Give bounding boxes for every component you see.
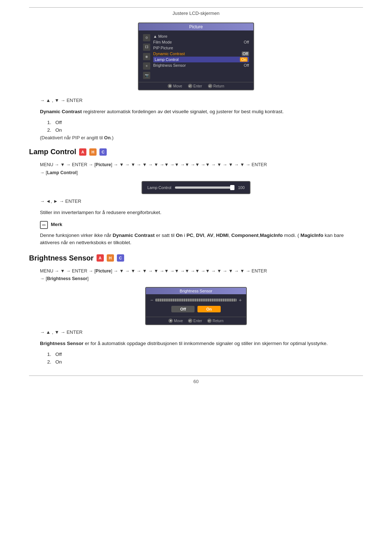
brightness-osd-box: Brightness Sensor − + Off On ✦ Move <box>145 287 247 325</box>
osd-picture-box: Picture ⚙ 🎞 ◉ ☀ 📷 ▲ More Film Mode Off <box>138 22 254 90</box>
osd-row-dynamic-contrast: Dynamic Contrast Off <box>153 51 249 57</box>
brightness-osd-container: Brightness Sensor − + Off On ✦ Move <box>29 287 363 325</box>
osd-icon-2: 🎞 <box>143 44 150 51</box>
osd-row-lamp-control: Lamp Control On <box>153 57 249 62</box>
lamp-control-menu-path: MENU → ▼ → ENTER → [Picture] → ▼ → ▼ → ▼… <box>40 161 363 177</box>
dynamic-contrast-option-1: 1. Off <box>47 120 363 125</box>
brightness-footer-enter: ↵ Enter <box>188 319 202 323</box>
lamp-slider-fill <box>175 186 231 189</box>
osd-footer: ✦ Move ↵ Enter ↩ Return <box>139 82 253 90</box>
osd-title: Picture <box>139 23 253 30</box>
badge-c-lamp: C <box>99 148 107 156</box>
dynamic-contrast-note: (Deaktivert når PIP er angitt til On.) <box>40 135 363 140</box>
osd-menu-content: ▲ More Film Mode Off PIP Picture Dynamic… <box>153 33 249 79</box>
osd-row-film-mode: Film Mode Off <box>153 39 249 45</box>
osd-icon-1: ⚙ <box>143 34 150 41</box>
note-block-lamp: ✏ Merk <box>40 221 363 229</box>
brightness-slider-row: − + <box>150 297 242 303</box>
lamp-slider-label: Lamp Control <box>147 185 171 190</box>
move-icon: ✦ <box>168 84 172 88</box>
brightness-return-icon: ↩ <box>207 319 212 323</box>
badge-h-brightness: H <box>107 254 114 262</box>
lamp-control-osd: Lamp Control 100 <box>29 181 363 194</box>
osd-row-more: ▲ More <box>153 33 249 39</box>
badge-a-lamp: A <box>79 148 86 156</box>
osd-footer-move: ✦ Move <box>168 84 182 88</box>
brightness-move-icon: ✦ <box>168 319 173 323</box>
brightness-slider-track <box>155 299 237 301</box>
brightness-sensor-title: Brightness Sensor <box>29 254 94 262</box>
osd-body: ⚙ 🎞 ◉ ☀ 📷 ▲ More Film Mode Off PIP Pi <box>139 30 253 82</box>
lamp-control-nav: → ◄, ► → ENTER <box>40 198 363 204</box>
enter-icon: ↵ <box>188 84 192 88</box>
osd-icons: ⚙ 🎞 ◉ ☀ 📷 <box>143 33 150 79</box>
osd-footer-enter: ↵ Enter <box>188 84 202 88</box>
plus-icon: + <box>239 297 242 303</box>
top-rule <box>29 7 363 8</box>
brightness-option-2: 2. On <box>47 359 363 365</box>
badge-a-brightness: A <box>97 254 104 262</box>
badge-c-brightness: C <box>117 254 124 262</box>
brightness-buttons-row: Off On <box>150 306 242 312</box>
note-label: Merk <box>51 221 62 229</box>
brightness-sensor-description: Brightness Sensor er for å automatisk op… <box>40 340 363 347</box>
brightness-osd-footer: ✦ Move ↵ Enter ↩ Return <box>146 317 246 324</box>
lamp-slider-box: Lamp Control 100 <box>142 181 250 194</box>
note-icon: ✏ <box>40 221 48 229</box>
brightness-osd-body: − + Off On <box>146 294 246 317</box>
brightness-sensor-menu-path: MENU → ▼ → ENTER → [Picture] → ▼ → ▼ → ▼… <box>40 267 363 283</box>
brightness-option-1: 1. Off <box>47 352 363 357</box>
brightness-sensor-heading: Brightness Sensor A H C <box>29 254 363 262</box>
brightness-footer-move: ✦ Move <box>168 319 183 323</box>
dynamic-contrast-option-2: 2. On <box>47 127 363 133</box>
osd-row-brightness-sensor: Brightness Sensor Off <box>153 62 249 68</box>
page-title: Justere LCD-skjermen <box>29 11 363 16</box>
minus-icon: − <box>150 297 153 303</box>
osd-picture-container: Picture ⚙ 🎞 ◉ ☀ 📷 ▲ More Film Mode Off <box>29 22 363 90</box>
page-number: 60 <box>193 379 199 384</box>
page-wrapper: Justere LCD-skjermen Picture ⚙ 🎞 ◉ ☀ 📷 ▲… <box>0 0 392 554</box>
brightness-btn-on[interactable]: On <box>197 306 220 312</box>
lamp-slider-thumb <box>230 185 234 190</box>
bottom-rule: 60 <box>29 376 363 384</box>
lamp-control-description: Stiller inn inverterlampen for å reduser… <box>40 209 363 216</box>
badge-h-lamp: H <box>89 148 97 156</box>
lamp-slider-track <box>175 186 234 189</box>
osd-icon-3: ◉ <box>143 53 150 60</box>
osd-row-pip: PIP Picture <box>153 45 249 51</box>
osd-icon-4: ☀ <box>143 62 150 70</box>
dynamic-contrast-nav: → ▲ , ▼ → ENTER <box>40 98 363 103</box>
lamp-note-description: Denne funksjonen virker ikke når Dynamic… <box>40 232 363 247</box>
lamp-control-heading: Lamp Control A H C <box>29 148 363 156</box>
dynamic-contrast-description: Dynamic Contrast registrerer automatisk … <box>40 108 363 115</box>
brightness-sensor-nav: → ▲ , ▼ → ENTER <box>40 329 363 335</box>
brightness-footer-return: ↩ Return <box>207 319 224 323</box>
brightness-osd-title: Brightness Sensor <box>146 288 246 294</box>
lamp-slider-value: 100 <box>238 185 245 190</box>
osd-footer-return: ↩ Return <box>208 84 224 88</box>
brightness-enter-icon: ↵ <box>188 319 192 323</box>
lamp-control-title: Lamp Control <box>29 148 76 156</box>
osd-icon-5: 📷 <box>143 72 150 79</box>
return-icon: ↩ <box>208 84 212 88</box>
brightness-btn-off[interactable]: Off <box>171 306 195 312</box>
